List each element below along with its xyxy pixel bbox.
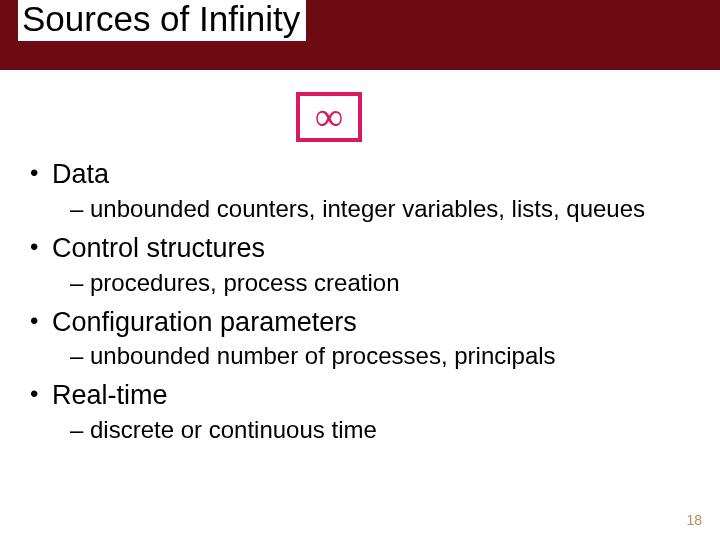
- subbullet-data: unbounded counters, integer variables, l…: [26, 194, 700, 224]
- bullet-control: Control structures: [26, 232, 700, 266]
- subbullet-config: unbounded number of processes, principal…: [26, 341, 700, 371]
- slide-content: Data unbounded counters, integer variabl…: [26, 158, 700, 453]
- bullet-realtime: Real-time: [26, 379, 700, 413]
- slide-title: Sources of Infinity: [18, 0, 306, 41]
- slide: Sources of Infinity ∞ Data unbounded cou…: [0, 0, 720, 540]
- subbullet-control: procedures, process creation: [26, 268, 700, 298]
- title-bar: Sources of Infinity: [0, 0, 720, 70]
- page-number: 18: [686, 512, 702, 528]
- infinity-box: ∞: [296, 92, 362, 142]
- bullet-data: Data: [26, 158, 700, 192]
- bullet-config: Configuration parameters: [26, 306, 700, 340]
- infinity-icon: ∞: [315, 97, 344, 137]
- subbullet-realtime: discrete or continuous time: [26, 415, 700, 445]
